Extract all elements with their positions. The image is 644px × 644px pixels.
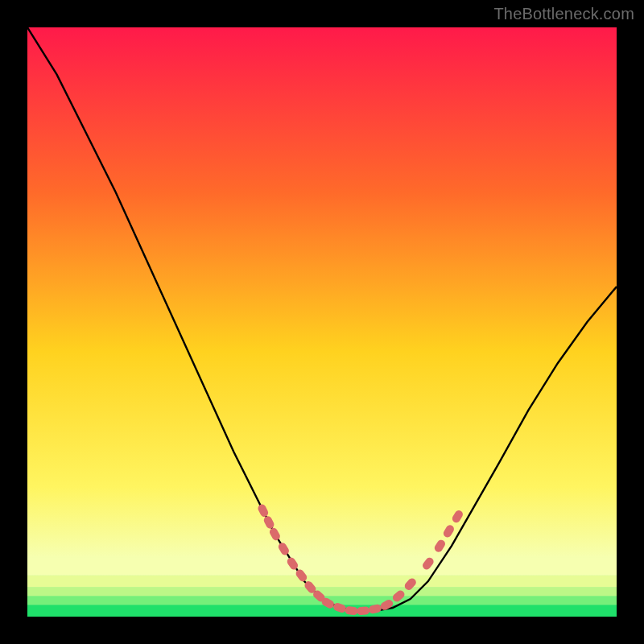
bottleneck-chart xyxy=(27,27,617,617)
gradient-background xyxy=(27,27,617,617)
watermark-text: TheBottleneck.com xyxy=(493,5,634,23)
color-band xyxy=(27,558,617,576)
color-band xyxy=(27,605,617,617)
chart-frame xyxy=(27,27,617,617)
color-band xyxy=(27,576,617,588)
bottom-color-bands xyxy=(27,558,617,617)
